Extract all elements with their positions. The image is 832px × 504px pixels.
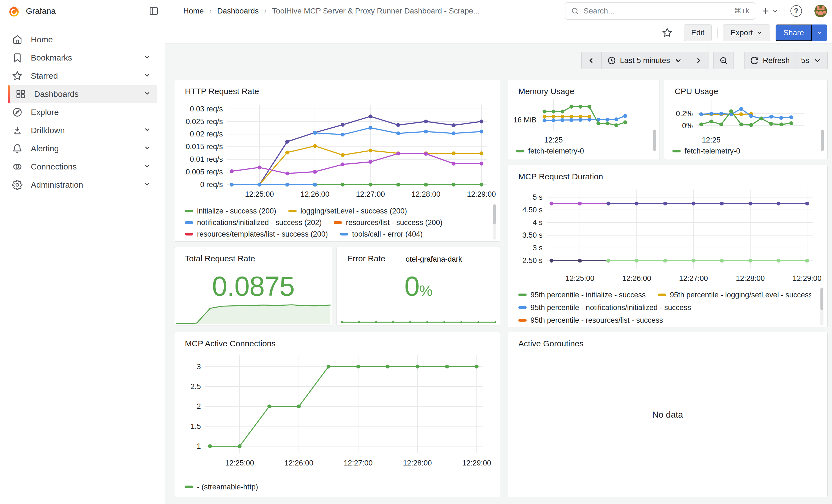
legend-swatch (185, 221, 193, 224)
user-avatar[interactable] (814, 5, 827, 17)
panel-title[interactable]: CPU Usage (664, 80, 827, 96)
legend-item[interactable]: 95th percentile - logging/setLevel - suc… (658, 291, 811, 299)
sidebar-item-label: Bookmarks (31, 53, 72, 62)
legend-swatch (672, 150, 681, 152)
refresh-interval-picker[interactable]: 5s (796, 52, 828, 69)
legend-swatch (185, 210, 193, 212)
svg-text:0.02 req/s: 0.02 req/s (190, 130, 223, 138)
svg-text:0.2%: 0.2% (676, 109, 693, 118)
apps-icon (16, 89, 26, 99)
search-input-container[interactable]: ⌘+k (565, 2, 755, 20)
favorite-star-icon[interactable] (662, 27, 672, 38)
top-navigation: Grafana Home›Dashboards›ToolHive MCP Ser… (0, 0, 832, 22)
svg-text:12:27:00: 12:27:00 (679, 274, 708, 283)
time-back-button[interactable] (581, 52, 602, 69)
legend-item[interactable]: initialize - success (200) (185, 207, 276, 215)
legend-item[interactable]: fetch-telemetry-0 (516, 147, 584, 155)
legend-item[interactable]: tools/call - error (404) (340, 230, 423, 239)
sidebar-item-drilldown[interactable]: Drilldown (8, 122, 157, 139)
http-request-rate-chart: 0 req/s0.005 req/s0.01 req/s0.015 req/s0… (180, 98, 494, 202)
legend-item[interactable]: fetch-telemetry-0 (672, 147, 740, 155)
chevron-down-icon (144, 162, 151, 172)
sidebar-toggle-icon[interactable] (149, 6, 159, 16)
legend-item[interactable]: - (streamable-http) (185, 483, 258, 492)
connections-legend: - (streamable-http) (185, 481, 484, 494)
legend-item[interactable]: 95th percentile - resources/list - succe… (518, 316, 663, 325)
time-forward-button[interactable] (688, 52, 708, 69)
legend-item[interactable]: resources/list - success (200) (334, 218, 442, 227)
add-button[interactable] (761, 6, 778, 16)
sidebar-item-label: Alerting (31, 144, 59, 153)
gear-icon (12, 180, 23, 190)
divider (717, 27, 718, 38)
help-button[interactable]: ? (790, 5, 802, 17)
error-rate-overlay-label: otel-grafana-dark (406, 255, 462, 264)
legend-item[interactable]: logging/setLevel - success (200) (288, 207, 407, 215)
svg-text:12:25:00: 12:25:00 (245, 190, 274, 198)
breadcrumb-item[interactable]: Home (183, 7, 204, 16)
total-request-rate-value: 0.0875 (175, 270, 332, 302)
refresh-button[interactable]: Refresh (744, 52, 796, 69)
legend-item[interactable]: 95th percentile - initialize - success (518, 291, 646, 299)
share-menu-button[interactable] (812, 25, 827, 41)
search-shortcut: ⌘+k (734, 7, 749, 15)
sidebar-item-label: Administration (31, 180, 83, 190)
share-button[interactable]: Share (776, 25, 812, 41)
legend-scrollbar[interactable] (493, 204, 496, 240)
sidebar-item-home[interactable]: Home (8, 31, 157, 48)
chevron-down-icon (756, 29, 763, 36)
legend-item[interactable]: notifications/initialized - success (202… (185, 218, 322, 227)
panel-cpu-usage: CPU Usage 0.2%0%12:25 fetch-telemetry-0 (664, 80, 828, 160)
search-input[interactable] (583, 7, 730, 16)
legend-swatch (516, 150, 524, 152)
panel-title[interactable]: MCP Active Connections (175, 332, 500, 348)
svg-text:1: 1 (197, 442, 201, 450)
chevron-down-icon (816, 29, 823, 36)
breadcrumb-item[interactable]: Dashboards (217, 7, 259, 16)
svg-text:0.025 req/s: 0.025 req/s (186, 117, 223, 126)
sidebar-item-dashboards[interactable]: Dashboards (8, 85, 157, 103)
legend-item[interactable]: 95th percentile - notifications/initiali… (518, 303, 691, 312)
edit-button[interactable]: Edit (684, 25, 712, 41)
zoom-out-button[interactable] (713, 52, 734, 69)
sidebar-item-label: Dashboards (34, 89, 79, 99)
svg-text:4.50 s: 4.50 s (522, 206, 543, 214)
legend-scrollbar[interactable] (653, 130, 656, 157)
legend-swatch (658, 294, 666, 296)
time-range-picker[interactable]: Last 5 minutes (602, 52, 688, 69)
mcp-request-duration-chart: 5 s4.50 s4 s3.50 s3 s2.50 s12:25:0012:26… (513, 183, 821, 285)
chevron-down-icon (144, 89, 151, 99)
sidebar-item-connections[interactable]: Connections (8, 158, 157, 176)
panel-title[interactable]: Total Request Rate (175, 247, 332, 263)
chevron-down-icon (144, 126, 151, 135)
svg-text:3: 3 (197, 363, 201, 371)
mcp-active-connections-chart: 32.521.5112:25:0012:26:0012:27:0012:28:0… (180, 349, 494, 470)
compass-icon (12, 107, 23, 117)
sidebar-item-starred[interactable]: Starred (8, 67, 157, 85)
sidebar-item-bookmarks[interactable]: Bookmarks (8, 49, 157, 67)
legend-scrollbar[interactable] (820, 288, 824, 325)
sidebar-item-explore[interactable]: Explore (8, 103, 157, 121)
svg-text:12:27:00: 12:27:00 (344, 459, 372, 467)
svg-text:0.01 req/s: 0.01 req/s (190, 155, 223, 163)
sidebar-item-alerting[interactable]: Alerting (8, 140, 157, 157)
export-button[interactable]: Export (723, 25, 770, 41)
sidebar-item-administration[interactable]: Administration (8, 176, 157, 194)
legend-item[interactable]: resources/templates/list - success (200) (185, 230, 328, 239)
panel-title[interactable]: MCP Request Duration (508, 165, 827, 181)
time-range-group: Last 5 minutes (581, 52, 708, 69)
panel-title[interactable]: HTTP Request Rate (175, 80, 500, 96)
svg-text:12:29:00: 12:29:00 (792, 274, 822, 283)
chevron-down-icon (772, 8, 778, 14)
legend-swatch (185, 485, 193, 488)
breadcrumb-item: ToolHive MCP Server & Proxy Runner Dashb… (272, 7, 479, 16)
sidebar-item-label: Drilldown (31, 126, 64, 135)
grafana-logo[interactable] (8, 5, 20, 17)
legend-scrollbar[interactable] (821, 130, 824, 157)
brand-title: Grafana (26, 6, 56, 16)
svg-text:12:25:00: 12:25:00 (565, 274, 594, 283)
svg-text:12:28:00: 12:28:00 (403, 459, 432, 467)
svg-text:12:25:00: 12:25:00 (225, 459, 254, 467)
panel-title[interactable]: Memory Usage (508, 80, 659, 96)
svg-text:0%: 0% (682, 122, 693, 130)
